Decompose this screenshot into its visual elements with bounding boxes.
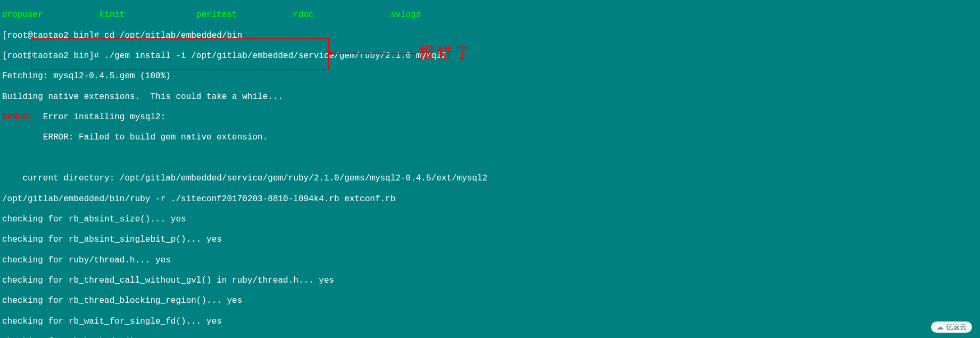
watermark-text: 亿速云 xyxy=(946,323,967,332)
cloud-icon: ☁ xyxy=(936,323,944,332)
check-line-2: checking for rb_absint_singlebit_p()... … xyxy=(2,235,978,245)
error-msg-1: Error installing mysql2: xyxy=(33,112,166,122)
fetching-line: Fetching: mysql2-0.4.5.gem (100%) xyxy=(2,71,978,81)
frag-svlogd: svlogd xyxy=(391,10,421,20)
current-dir-line: current directory: /opt/gitlab/embedded/… xyxy=(2,174,978,184)
check-line-1: checking for rb_absint_size()... yes xyxy=(2,215,978,225)
prompt-2: [root@taotao2 bin]# xyxy=(2,51,99,61)
blank-line-1 xyxy=(2,153,978,163)
check-line-5: checking for rb_thread_blocking_region()… xyxy=(2,296,978,306)
building-line: Building native extensions. This could t… xyxy=(2,92,978,102)
error-line-2: ERROR: Failed to build gem native extens… xyxy=(2,133,978,143)
check-line-4: checking for rb_thread_call_without_gvl(… xyxy=(2,276,978,286)
watermark-badge: ☁ 亿速云 xyxy=(931,321,972,333)
frag-kinit: kinit xyxy=(99,10,124,20)
top-fragment-line: dropuser kinit perltest rdoc svlogd xyxy=(2,10,978,20)
check-line-6: checking for rb_wait_for_single_fd()... … xyxy=(2,317,978,327)
check-line-3: checking for ruby/thread.h... yes xyxy=(2,255,978,266)
cmd-gem: ./gem install -i /opt/gitlab/embedded/se… xyxy=(99,51,446,61)
frag-dropuser: dropuser xyxy=(2,10,43,20)
annotation-label: 报错了 xyxy=(419,44,474,62)
frag-rdoc: rdoc xyxy=(293,10,313,20)
cmd-cd: cd /opt/gitlab/embedded/bin xyxy=(99,31,242,40)
prompt-1: [root@taotao2 bin]# xyxy=(2,31,99,40)
error-line-1: ERROR: Error installing mysql2: xyxy=(2,112,978,122)
error-prefix: ERROR: xyxy=(2,112,33,122)
frag-perltest: perltest xyxy=(196,10,237,20)
prompt-line-1: [root@taotao2 bin]# cd /opt/gitlab/embed… xyxy=(2,31,978,41)
prompt-line-2: [root@taotao2 bin]# ./gem install -i /op… xyxy=(2,51,978,61)
ruby-exec-line: /opt/gitlab/embedded/bin/ruby -r ./sitec… xyxy=(2,194,978,204)
terminal-output[interactable]: dropuser kinit perltest rdoc svlogd [roo… xyxy=(2,0,978,338)
